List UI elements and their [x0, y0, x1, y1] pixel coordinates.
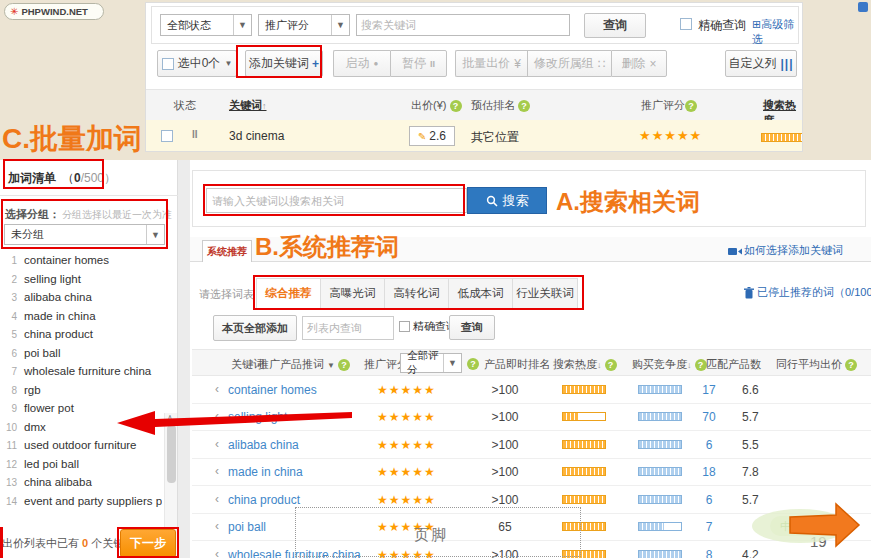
keyword-link[interactable]: china product [228, 493, 300, 507]
score-filter-select[interactable]: 全部评分 ▼ [400, 353, 462, 373]
list-item[interactable]: 4made in china [0, 309, 162, 328]
scrollbar-thumb[interactable] [167, 425, 176, 483]
batch-bid-button[interactable]: 批量出价¥ [455, 50, 527, 77]
scroll-up-icon[interactable]: ∧ [167, 413, 173, 422]
chevron-down-icon: ▼ [443, 354, 461, 372]
help-icon[interactable]: ? [695, 359, 707, 371]
chevron-left-icon[interactable]: ‹ [215, 382, 219, 396]
help-icon[interactable]: ? [685, 100, 697, 112]
col-product-word-filter[interactable]: 推广产品推词 ▼ ? [258, 357, 350, 372]
list-item-text: event and party suppliers party d [24, 495, 162, 507]
tab-system-recommend[interactable]: 系统推荐 [202, 240, 252, 262]
wordlist-tab-industry[interactable]: 行业关联词 [513, 279, 577, 308]
keyword-link[interactable]: poi ball [228, 520, 266, 534]
score-stars: ★★★★★ [377, 438, 436, 452]
match-count-link[interactable]: 17 [697, 383, 721, 397]
list-item[interactable]: 9flower pot [0, 401, 162, 420]
next-step-button[interactable]: 下一步 [120, 529, 176, 558]
chevron-left-icon[interactable]: ‹ [215, 547, 219, 558]
search-button[interactable]: 搜索 [467, 187, 547, 214]
row-checkbox[interactable] [161, 130, 173, 142]
start-button[interactable]: 启动● [333, 50, 390, 77]
help-icon[interactable]: ? [605, 359, 617, 371]
wordlist-tab-high-exposure[interactable]: 高曝光词 [321, 279, 385, 308]
select-count-button[interactable]: 选中0个 ▼ [157, 50, 237, 77]
col-heat-sort[interactable]: 搜索热度↓ ? [553, 357, 617, 372]
delete-button[interactable]: 删除× [611, 50, 667, 77]
list-item[interactable]: 10dmx [0, 420, 162, 439]
list-item[interactable]: 14event and party suppliers party d [0, 494, 162, 513]
match-count-link[interactable]: 6 [697, 438, 721, 452]
list-item[interactable]: 11used outdoor furniture [0, 438, 162, 457]
pause-button[interactable]: 暂停II [390, 50, 447, 77]
chevron-left-icon[interactable]: ‹ [215, 437, 219, 451]
exact-query-label: 精确查询 [698, 17, 746, 34]
chevron-left-icon[interactable]: ‹ [215, 464, 219, 478]
keyword-link[interactable]: alibaba china [228, 438, 299, 452]
list-item[interactable]: 5china product [0, 327, 162, 346]
chevron-left-icon[interactable]: ‹ [215, 409, 219, 423]
list-item[interactable]: 13china alibaba [0, 475, 162, 494]
match-count-link[interactable]: 18 [697, 465, 721, 479]
bid-list-status: 出价列表中已有 0 个关键词 [2, 536, 135, 551]
col-keyword-sort[interactable]: 关键词↑ [229, 98, 267, 113]
wordlist-tab-comprehensive[interactable]: 综合推荐 [257, 279, 321, 308]
page-number: 19 [810, 533, 827, 550]
help-icon[interactable]: ? [467, 358, 479, 370]
list-item[interactable]: 8rgb [0, 383, 162, 402]
wordlist-tab-low-cost[interactable]: 低成本词 [449, 279, 513, 308]
list-item[interactable]: 7wholesale furniture china [0, 364, 162, 383]
match-count-link[interactable]: 70 [697, 410, 721, 424]
grid-icon: ∷ [598, 57, 606, 71]
competition-bar [638, 385, 682, 394]
related-word-search-input[interactable] [206, 188, 467, 213]
match-count-link[interactable]: 6 [697, 493, 721, 507]
select-all-checkbox[interactable] [162, 58, 174, 70]
list-query-button[interactable]: 查询 [449, 315, 495, 340]
query-button[interactable]: 查询 [584, 13, 646, 38]
custom-columns-button[interactable]: 自定义列||| [725, 50, 797, 77]
help-icon[interactable]: ? [845, 359, 857, 371]
keyword-link[interactable]: selling light [228, 410, 287, 424]
group-label: 选择分组： [5, 207, 60, 222]
add-all-on-page-button[interactable]: 本页全部添加 [213, 315, 297, 341]
add-keyword-button[interactable]: 添加关键词 + [245, 50, 323, 77]
list-item[interactable]: 6poi ball [0, 346, 162, 365]
match-count-link[interactable]: 8 [697, 548, 721, 558]
how-to-add-keywords-link[interactable]: 如何选择添加关键词 [728, 243, 843, 258]
modify-group-button[interactable]: 修改所属组∷ [527, 50, 611, 77]
exact-query-checkbox[interactable] [399, 321, 410, 332]
chevron-left-icon[interactable]: ‹ [215, 492, 219, 506]
list-item-text: poi ball [24, 347, 60, 359]
score-stars: ★★★★★ [639, 128, 702, 143]
chevron-left-icon[interactable]: ‹ [215, 519, 219, 533]
score-filter-select[interactable]: 推广评分 ▼ [258, 14, 350, 36]
match-count-link[interactable]: 7 [697, 520, 721, 534]
table-row: ‹ alibaba china ★★★★★ >100 6 5.5 [192, 431, 871, 459]
list-item-text: wholesale furniture china [24, 365, 151, 377]
stopped-words-link[interactable]: 已停止推荐的词（0/100） [744, 285, 871, 300]
help-icon[interactable]: ? [450, 100, 462, 112]
list-item[interactable]: 3alibaba china [0, 290, 162, 309]
advanced-filter-link[interactable]: ⊞高级筛选 [752, 17, 798, 47]
col-competition-sort[interactable]: 购买竞争度↓ ? [632, 357, 707, 372]
help-icon[interactable]: ? [338, 359, 350, 371]
video-camera-icon [728, 247, 742, 256]
exact-query-checkbox[interactable] [680, 18, 692, 30]
group-select[interactable]: 未分组 ▼ [4, 224, 165, 245]
list-search-input[interactable] [302, 316, 394, 340]
avg-price-value: 5.7 [742, 493, 759, 507]
list-item[interactable]: 2selling light [0, 272, 162, 291]
bid-value: 2.6 [429, 129, 446, 143]
wordlist-tab-high-conversion[interactable]: 高转化词 [385, 279, 449, 308]
status-filter-select[interactable]: 全部状态 ▼ [160, 14, 252, 36]
list-item[interactable]: 1container homes [0, 253, 162, 272]
keyword-link[interactable]: container homes [228, 383, 317, 397]
help-icon[interactable]: ? [518, 100, 530, 112]
plus-icon: + [312, 57, 319, 71]
window-corner-icon[interactable] [858, 2, 868, 12]
list-item[interactable]: 12led poi ball [0, 457, 162, 476]
keyword-link[interactable]: made in china [228, 465, 303, 479]
keyword-search-input[interactable] [356, 14, 570, 36]
bid-edit-box[interactable]: ✎ 2.6 [409, 126, 455, 146]
